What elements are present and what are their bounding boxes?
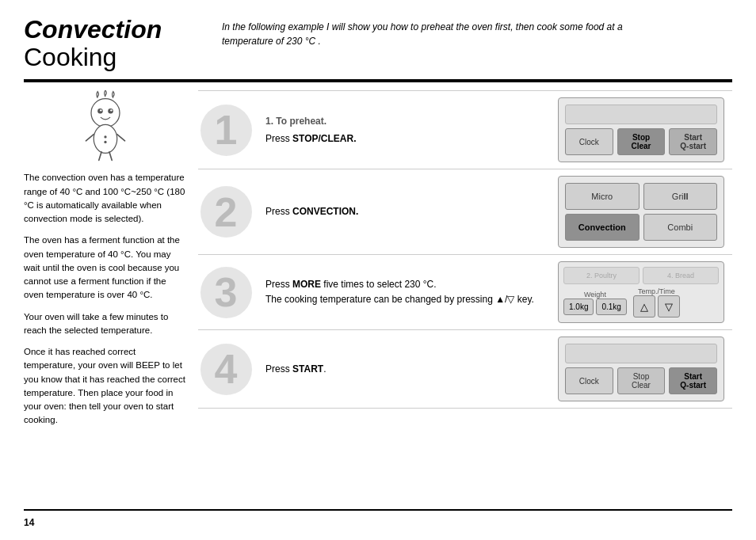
step-2-panel-box: Micro Grill Convection Combi <box>558 176 724 248</box>
svg-point-4 <box>110 110 112 112</box>
svg-point-3 <box>100 110 101 112</box>
svg-line-8 <box>98 152 101 161</box>
clock-button-1[interactable]: Clock <box>565 128 613 155</box>
step-3-panel: 2. Poultry 4. Bread Weight 1.0kg 0.1kg <box>550 261 732 323</box>
svg-point-0 <box>91 99 120 127</box>
convection-button[interactable]: Convection <box>565 214 640 241</box>
title-block: Convection Cooking <box>24 16 198 71</box>
step-4-bold: START <box>292 363 323 375</box>
step-1-label: 1. To preheat. <box>265 114 538 129</box>
step-3-row: 3 Press MORE five times to select 230 °C… <box>198 255 732 330</box>
title-regular: Cooking <box>24 44 198 71</box>
step-3-number: 3 <box>198 264 254 320</box>
stop-clear-button-1[interactable]: StopClear <box>617 128 666 155</box>
header: Convection Cooking In the following exam… <box>24 16 732 71</box>
svg-line-9 <box>109 152 111 161</box>
step-2-number: 2 <box>198 184 254 240</box>
sidebar-text-4: Once it has reached correct temperature,… <box>24 345 186 428</box>
stop-clear-button-4[interactable]: StopClear <box>617 367 666 394</box>
temp-up-button[interactable]: △ <box>633 295 655 318</box>
sidebar-text-1: The convection oven has a temperature ra… <box>24 171 186 226</box>
start-button-4[interactable]: StartQ-start <box>669 367 717 394</box>
step-2-row: 2 Press CONVECTION. Micro Grill Convecti… <box>198 169 732 255</box>
weight-1kg[interactable]: 1.0kg <box>563 299 594 315</box>
footer-divider <box>24 509 732 511</box>
svg-line-7 <box>116 135 124 141</box>
step-1-number: 1 <box>198 102 254 158</box>
step-2-panel-row-2: Convection Combi <box>565 214 717 241</box>
left-sidebar: The convection oven has a temperature ra… <box>24 90 198 505</box>
title-italic: Convection <box>24 16 198 44</box>
svg-point-10 <box>104 136 106 139</box>
weight-bottom-row: Weight 1.0kg 0.1kg Temp./Time △ <box>563 287 719 318</box>
micro-button[interactable]: Micro <box>565 183 640 210</box>
svg-line-6 <box>86 135 94 141</box>
weight-label: Weight <box>584 291 606 299</box>
step-2-bold: CONVECTION. <box>292 206 358 217</box>
step-1-panel-box: Clock StopClear StartQ-start <box>558 97 724 162</box>
step-1-panel: Clock StopClear StartQ-start <box>550 97 732 162</box>
step-4-panel-row: Clock StopClear StartQ-start <box>565 367 717 394</box>
step-1-panel-row: Clock StopClear StartQ-start <box>565 128 717 155</box>
start-button-1[interactable]: StartQ-start <box>669 128 717 155</box>
step-4-panel-box: Clock StopClear StartQ-start <box>558 337 724 401</box>
step-1-panel-top <box>565 105 717 124</box>
weight-top-faded: 2. Poultry 4. Bread <box>563 267 719 284</box>
temp-arrows: △ ▽ <box>633 295 680 318</box>
step-3-bold: MORE <box>292 279 321 290</box>
sidebar-text-3: Your oven will take a few minutes to rea… <box>24 310 186 338</box>
weight-section: Weight 1.0kg 0.1kg <box>563 291 627 315</box>
mascot-area <box>24 90 186 162</box>
sidebar-text-2: The oven has a ferment function at the o… <box>24 234 186 302</box>
step-3-instruction: Press MORE five times to select 230 °C. … <box>265 277 538 307</box>
mascot-icon <box>70 90 141 162</box>
step-2-panel: Micro Grill Convection Combi <box>550 176 732 248</box>
weight-values: 1.0kg 0.1kg <box>563 299 627 315</box>
combi-button[interactable]: Combi <box>643 214 718 241</box>
temp-down-button[interactable]: ▽ <box>658 295 680 318</box>
bread-button[interactable]: 4. Bread <box>643 267 719 284</box>
weight-01kg[interactable]: 0.1kg <box>596 299 626 315</box>
step-1-row: 1 1. To preheat. Press STOP/CLEAR. Clock… <box>198 90 732 169</box>
clock-button-4[interactable]: Clock <box>565 367 613 394</box>
grill-button[interactable]: Grill <box>643 183 718 210</box>
step-4-panel: Clock StopClear StartQ-start <box>550 337 732 401</box>
header-description: In the following example I will show you… <box>222 20 658 48</box>
step-4-number: 4 <box>198 341 254 397</box>
steps-area: 1 1. To preheat. Press STOP/CLEAR. Clock… <box>198 90 732 505</box>
temp-label: Temp./Time <box>638 287 675 295</box>
temp-section: Temp./Time △ ▽ <box>633 287 680 318</box>
step-4-row: 4 Press START. Clock StopClear StartQ-st… <box>198 330 732 409</box>
weight-panel: 2. Poultry 4. Bread Weight 1.0kg 0.1kg <box>558 261 724 323</box>
step-2-instruction: Press CONVECTION. <box>265 204 538 219</box>
main-content: The convection oven has a temperature ra… <box>24 90 732 505</box>
page: Convection Cooking In the following exam… <box>0 0 756 540</box>
step-4-instruction: Press START. <box>265 362 538 377</box>
svg-point-5 <box>94 125 116 154</box>
page-number: 14 <box>24 517 732 528</box>
step-4-panel-top <box>565 344 717 363</box>
step-1-instruction: 1. To preheat. Press STOP/CLEAR. <box>265 114 538 146</box>
header-divider <box>24 79 732 82</box>
step-2-panel-row-1: Micro Grill <box>565 183 717 210</box>
poultry-button[interactable]: 2. Poultry <box>563 267 640 284</box>
step-1-bold: STOP/CLEAR. <box>292 133 356 144</box>
svg-point-11 <box>104 141 106 143</box>
